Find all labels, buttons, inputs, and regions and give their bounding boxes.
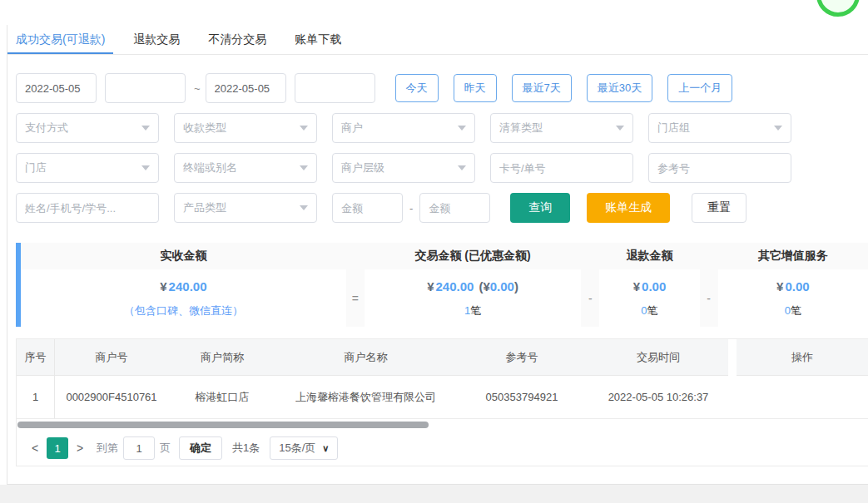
chevron-down-icon (300, 126, 308, 131)
col-header-merchant-short: 商户简称 (168, 339, 276, 376)
other-count: 0 (785, 304, 791, 317)
generate-bill-button[interactable]: 账单生成 (587, 193, 670, 223)
pay-method-select[interactable]: 支付方式 (16, 113, 159, 143)
pagination-bar: < 1 > 到第 页 确定 共1条 15条/页 ∨ (17, 431, 868, 466)
merchant-level-select[interactable]: 商户层级 (332, 153, 475, 183)
current-page-button[interactable]: 1 (47, 437, 68, 459)
currency-symbol: ¥ (633, 279, 640, 293)
amount-min-input[interactable] (332, 193, 403, 223)
merchant-select[interactable]: 商户 (332, 113, 475, 143)
summary-trade: ¥240.00(¥0.00) 1笔 (365, 269, 582, 327)
summary-operator-equals: = (346, 269, 365, 327)
store-group-select-label: 门店组 (657, 121, 690, 136)
store-select[interactable]: 门店 (16, 153, 159, 183)
time-to-input[interactable] (295, 73, 375, 103)
tab-bill-download[interactable]: 账单下载 (286, 25, 350, 54)
card-order-no-input[interactable] (490, 153, 633, 183)
quick-range-today-button[interactable]: 今天 (395, 74, 439, 102)
date-from-input[interactable] (16, 73, 97, 103)
settle-type-select[interactable]: 清算类型 (490, 113, 633, 143)
chevron-down-icon (774, 126, 782, 131)
goto-confirm-button[interactable]: 确定 (179, 436, 222, 460)
page-size-select[interactable]: 15条/页 ∨ (270, 436, 338, 460)
prev-page-icon[interactable]: < (27, 441, 43, 455)
settle-type-select-label: 清算类型 (499, 121, 543, 136)
cell-merchant-no: 0002900F4510761 (55, 376, 168, 419)
tab-unsettled[interactable]: 不清分交易 (200, 25, 275, 54)
col-header-ref-no: 参考号 (455, 339, 588, 376)
quick-range-lastmonth-button[interactable]: 上一个月 (667, 74, 732, 102)
filter-row-selects-1: 支付方式 收款类型 商户 清算类型 门店组 (16, 113, 868, 143)
col-header-merchant-name: 商户名称 (276, 339, 455, 376)
refund-count: 0 (641, 304, 647, 317)
keyword-input[interactable] (16, 193, 159, 223)
main-panel: 成功交易(可退款) 退款交易 不清分交易 账单下载 ~ 今天 昨天 最近7天 最… (7, 25, 868, 485)
quick-range-last7-button[interactable]: 最近7天 (512, 74, 572, 102)
quick-range-yesterday-button[interactable]: 昨天 (454, 74, 497, 102)
terminal-select[interactable]: 终端或别名 (174, 153, 317, 183)
refund-count-unit: 笔 (647, 304, 658, 317)
chevron-down-icon (458, 165, 466, 170)
received-amount: 240.00 (169, 279, 207, 293)
date-to-input[interactable] (206, 73, 286, 103)
store-group-select[interactable]: 门店组 (648, 113, 791, 143)
currency-symbol: ¥ (160, 279, 166, 293)
summary-operator-minus: - (581, 269, 599, 327)
refund-amount: 0.00 (642, 279, 666, 293)
tab-refund[interactable]: 退款交易 (125, 25, 188, 54)
summary-title-trade: 交易金额 (已优惠金额) (365, 243, 582, 269)
summary-header-spacer (346, 243, 365, 269)
summary-title-received: 实收金额 (21, 243, 346, 269)
summary-header: 实收金额 交易金额 (已优惠金额) 退款金额 其它增值服务 (21, 243, 868, 269)
horizontal-scrollbar-thumb[interactable] (17, 422, 429, 428)
goto-page-input[interactable] (123, 436, 155, 460)
currency-symbol: ¥ (427, 279, 434, 293)
product-type-select[interactable]: 产品类型 (174, 193, 317, 223)
results-table-container: 序号 商户号 商户简称 商户名称 参考号 交易时间 操作 1 0002900F4… (16, 338, 868, 466)
amount-separator: - (409, 202, 413, 215)
store-select-label: 门店 (25, 160, 47, 175)
page-footer-strip (0, 485, 868, 503)
cell-merchant-name: 上海馨榕港餐饮管理有限公司 (276, 376, 455, 419)
filter-row-selects-2: 门店 终端或别名 商户层级 (16, 153, 868, 183)
col-header-trade-time: 交易时间 (588, 339, 728, 376)
ref-no-input[interactable] (648, 153, 791, 183)
tab-success-refundable[interactable]: 成功交易(可退款) (7, 25, 113, 54)
amount-max-input[interactable] (419, 193, 490, 223)
table-row[interactable]: 1 0002900F4510761 榕港虹口店 上海馨榕港餐饮管理有限公司 05… (17, 376, 868, 419)
summary-header-spacer (581, 243, 599, 269)
trade-count-unit: 笔 (470, 304, 481, 317)
receipt-type-select-label: 收款类型 (183, 121, 226, 136)
cell-trade-time: 2022-05-05 10:26:37 (588, 376, 728, 419)
chevron-down-icon (300, 165, 308, 170)
quick-range-last30-button[interactable]: 最近30天 (587, 74, 652, 102)
fixed-column-gap (728, 339, 737, 376)
cell-merchant-short: 榕港虹口店 (168, 376, 276, 419)
trade-amount: 240.00 (436, 279, 474, 293)
summary-header-spacer (700, 243, 718, 269)
summary-received: ¥240.00 （包含口碑、微信直连） (21, 269, 346, 327)
summary-title-refund: 退款金额 (599, 243, 699, 269)
next-page-icon[interactable]: > (72, 441, 88, 455)
floating-status-ring-icon[interactable] (816, 0, 860, 17)
summary-operator-minus: - (700, 269, 718, 327)
transactions-page: 成功交易(可退款) 退款交易 不清分交易 账单下载 ~ 今天 昨天 最近7天 最… (0, 0, 868, 503)
chevron-down-icon: ∨ (322, 443, 329, 454)
product-type-select-label: 产品类型 (183, 200, 226, 215)
page-size-label: 15条/页 (279, 441, 315, 456)
chevron-down-icon (458, 126, 466, 131)
other-amount: 0.00 (785, 279, 809, 293)
receipt-type-select[interactable]: 收款类型 (174, 113, 317, 143)
reset-button[interactable]: 重置 (692, 193, 746, 223)
col-header-action: 操作 (737, 339, 868, 376)
search-button[interactable]: 查询 (510, 193, 570, 223)
time-from-input[interactable] (105, 73, 186, 103)
tab-bar: 成功交易(可退款) 退款交易 不清分交易 账单下载 (7, 25, 868, 55)
quick-range-group: 今天 昨天 最近7天 最近30天 上一个月 (395, 74, 748, 102)
chevron-down-icon (300, 205, 308, 210)
summary-refund: ¥0.00 0笔 (599, 269, 699, 327)
discount-prefix: (¥ (479, 279, 489, 293)
horizontal-scrollbar (17, 421, 868, 429)
summary-block: 实收金额 交易金额 (已优惠金额) 退款金额 其它增值服务 ¥240.00 （包… (16, 243, 868, 327)
chevron-down-icon (141, 126, 150, 131)
